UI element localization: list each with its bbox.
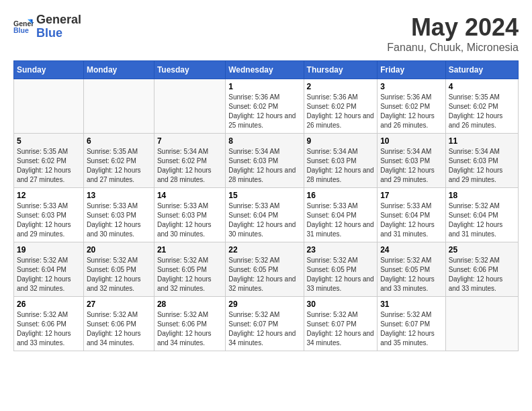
day-info: Sunrise: 5:34 AM Sunset: 6:03 PM Dayligh… (307, 147, 375, 185)
calendar-cell: 19Sunrise: 5:32 AM Sunset: 6:04 PM Dayli… (14, 242, 84, 297)
day-number: 16 (307, 191, 375, 200)
logo-icon: General Blue (13, 17, 34, 37)
calendar-cell: 10Sunrise: 5:34 AM Sunset: 6:03 PM Dayli… (378, 134, 446, 188)
day-info: Sunrise: 5:32 AM Sunset: 6:05 PM Dayligh… (380, 256, 443, 293)
week-row-1: 1Sunrise: 5:36 AM Sunset: 6:02 PM Daylig… (14, 79, 519, 134)
day-info: Sunrise: 5:33 AM Sunset: 6:03 PM Dayligh… (157, 201, 222, 239)
day-info: Sunrise: 5:32 AM Sunset: 6:06 PM Dayligh… (157, 310, 222, 348)
day-info: Sunrise: 5:33 AM Sunset: 6:04 PM Dayligh… (380, 201, 443, 239)
day-info: Sunrise: 5:32 AM Sunset: 6:07 PM Dayligh… (307, 310, 375, 348)
day-info: Sunrise: 5:34 AM Sunset: 6:03 PM Dayligh… (380, 147, 443, 185)
day-info: Sunrise: 5:33 AM Sunset: 6:04 PM Dayligh… (228, 201, 300, 239)
day-header-sunday: Sunday (14, 61, 84, 79)
day-number: 20 (87, 245, 151, 255)
day-number: 10 (380, 136, 443, 146)
calendar-cell: 12Sunrise: 5:33 AM Sunset: 6:03 PM Dayli… (14, 188, 84, 242)
day-header-tuesday: Tuesday (154, 61, 225, 79)
calendar-cell: 20Sunrise: 5:32 AM Sunset: 6:05 PM Dayli… (83, 242, 154, 297)
day-number: 22 (228, 245, 300, 255)
svg-text:Blue: Blue (13, 26, 29, 34)
calendar-cell: 5Sunrise: 5:35 AM Sunset: 6:02 PM Daylig… (14, 134, 84, 188)
calendar-cell: 2Sunrise: 5:36 AM Sunset: 6:02 PM Daylig… (304, 79, 378, 134)
day-info: Sunrise: 5:32 AM Sunset: 6:05 PM Dayligh… (228, 256, 300, 293)
day-info: Sunrise: 5:35 AM Sunset: 6:02 PM Dayligh… (449, 93, 515, 130)
day-info: Sunrise: 5:34 AM Sunset: 6:03 PM Dayligh… (449, 147, 515, 185)
day-number: 18 (449, 191, 515, 200)
day-info: Sunrise: 5:32 AM Sunset: 6:04 PM Dayligh… (17, 256, 81, 293)
day-number: 13 (87, 191, 151, 200)
sub-title: Fananu, Chuuk, Micronesia (387, 42, 519, 54)
calendar-cell: 18Sunrise: 5:32 AM Sunset: 6:04 PM Dayli… (445, 188, 518, 242)
calendar-cell: 24Sunrise: 5:32 AM Sunset: 6:05 PM Dayli… (378, 242, 446, 297)
day-number: 17 (380, 191, 443, 200)
day-info: Sunrise: 5:36 AM Sunset: 6:02 PM Dayligh… (307, 93, 375, 130)
day-number: 15 (228, 191, 300, 200)
day-info: Sunrise: 5:36 AM Sunset: 6:02 PM Dayligh… (228, 93, 300, 130)
day-header-wednesday: Wednesday (226, 61, 304, 79)
day-header-thursday: Thursday (304, 61, 378, 79)
day-number: 29 (228, 300, 300, 309)
day-info: Sunrise: 5:32 AM Sunset: 6:05 PM Dayligh… (157, 256, 222, 293)
calendar-table: SundayMondayTuesdayWednesdayThursdayFrid… (13, 60, 519, 351)
week-row-5: 26Sunrise: 5:32 AM Sunset: 6:06 PM Dayli… (14, 297, 519, 351)
calendar-cell: 25Sunrise: 5:32 AM Sunset: 6:06 PM Dayli… (445, 242, 518, 297)
day-number: 5 (17, 136, 81, 146)
calendar-cell: 13Sunrise: 5:33 AM Sunset: 6:03 PM Dayli… (83, 188, 154, 242)
calendar-cell (14, 79, 84, 134)
calendar-cell: 27Sunrise: 5:32 AM Sunset: 6:06 PM Dayli… (83, 297, 154, 351)
day-info: Sunrise: 5:32 AM Sunset: 6:06 PM Dayligh… (87, 310, 151, 348)
calendar-cell: 4Sunrise: 5:35 AM Sunset: 6:02 PM Daylig… (445, 79, 518, 134)
day-info: Sunrise: 5:32 AM Sunset: 6:07 PM Dayligh… (228, 310, 300, 348)
day-info: Sunrise: 5:32 AM Sunset: 6:05 PM Dayligh… (87, 256, 151, 293)
calendar-cell: 8Sunrise: 5:34 AM Sunset: 6:03 PM Daylig… (226, 134, 304, 188)
calendar-cell (83, 79, 154, 134)
calendar-cell: 28Sunrise: 5:32 AM Sunset: 6:06 PM Dayli… (154, 297, 225, 351)
calendar-cell: 26Sunrise: 5:32 AM Sunset: 6:06 PM Dayli… (14, 297, 84, 351)
day-info: Sunrise: 5:32 AM Sunset: 6:07 PM Dayligh… (380, 310, 443, 348)
day-number: 31 (380, 300, 443, 309)
day-header-friday: Friday (378, 61, 446, 79)
day-number: 24 (380, 245, 443, 255)
calendar-cell: 11Sunrise: 5:34 AM Sunset: 6:03 PM Dayli… (445, 134, 518, 188)
calendar-cell: 6Sunrise: 5:35 AM Sunset: 6:02 PM Daylig… (83, 134, 154, 188)
calendar-cell: 29Sunrise: 5:32 AM Sunset: 6:07 PM Dayli… (226, 297, 304, 351)
day-info: Sunrise: 5:36 AM Sunset: 6:02 PM Dayligh… (380, 93, 443, 130)
calendar-cell: 21Sunrise: 5:32 AM Sunset: 6:05 PM Dayli… (154, 242, 225, 297)
day-info: Sunrise: 5:32 AM Sunset: 6:06 PM Dayligh… (17, 310, 81, 348)
day-number: 30 (307, 300, 375, 309)
day-number: 25 (449, 245, 515, 255)
day-header-saturday: Saturday (445, 61, 518, 79)
calendar-cell: 31Sunrise: 5:32 AM Sunset: 6:07 PM Dayli… (378, 297, 446, 351)
calendar-cell: 16Sunrise: 5:33 AM Sunset: 6:04 PM Dayli… (304, 188, 378, 242)
day-number: 7 (157, 136, 222, 146)
day-number: 21 (157, 245, 222, 255)
calendar-cell: 9Sunrise: 5:34 AM Sunset: 6:03 PM Daylig… (304, 134, 378, 188)
day-number: 27 (87, 300, 151, 309)
day-number: 1 (228, 82, 300, 91)
calendar-cell: 22Sunrise: 5:32 AM Sunset: 6:05 PM Dayli… (226, 242, 304, 297)
calendar-cell: 14Sunrise: 5:33 AM Sunset: 6:03 PM Dayli… (154, 188, 225, 242)
day-info: Sunrise: 5:34 AM Sunset: 6:02 PM Dayligh… (157, 147, 222, 185)
day-number: 2 (307, 82, 375, 91)
day-info: Sunrise: 5:35 AM Sunset: 6:02 PM Dayligh… (17, 147, 81, 185)
day-number: 11 (449, 136, 515, 146)
day-number: 8 (228, 136, 300, 146)
calendar-header-row: SundayMondayTuesdayWednesdayThursdayFrid… (14, 61, 519, 79)
day-info: Sunrise: 5:33 AM Sunset: 6:03 PM Dayligh… (17, 201, 81, 239)
calendar-cell: 3Sunrise: 5:36 AM Sunset: 6:02 PM Daylig… (378, 79, 446, 134)
day-info: Sunrise: 5:32 AM Sunset: 6:06 PM Dayligh… (449, 256, 515, 293)
calendar-cell (445, 297, 518, 351)
calendar-cell: 30Sunrise: 5:32 AM Sunset: 6:07 PM Dayli… (304, 297, 378, 351)
main-title: May 2024 (387, 13, 519, 42)
day-number: 12 (17, 191, 81, 200)
calendar-cell: 7Sunrise: 5:34 AM Sunset: 6:02 PM Daylig… (154, 134, 225, 188)
day-header-monday: Monday (83, 61, 154, 79)
day-info: Sunrise: 5:33 AM Sunset: 6:03 PM Dayligh… (87, 201, 151, 239)
day-number: 6 (87, 136, 151, 146)
day-info: Sunrise: 5:34 AM Sunset: 6:03 PM Dayligh… (228, 147, 300, 185)
title-block: May 2024 Fananu, Chuuk, Micronesia (387, 13, 519, 54)
day-info: Sunrise: 5:32 AM Sunset: 6:04 PM Dayligh… (449, 201, 515, 239)
page-header: General Blue General Blue May 2024 Fanan… (13, 13, 519, 54)
day-info: Sunrise: 5:35 AM Sunset: 6:02 PM Dayligh… (87, 147, 151, 185)
calendar-cell: 23Sunrise: 5:32 AM Sunset: 6:05 PM Dayli… (304, 242, 378, 297)
